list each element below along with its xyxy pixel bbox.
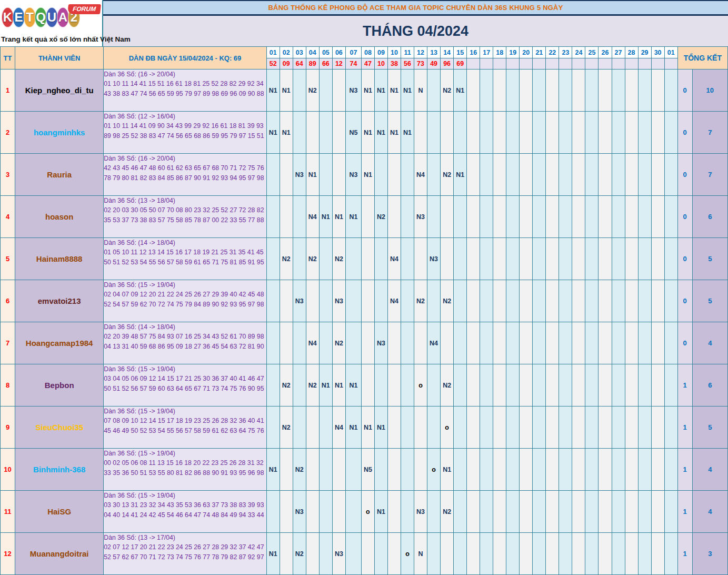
kq-value: 09	[280, 58, 293, 70]
mark-cell	[387, 533, 401, 575]
mark-cell	[467, 449, 480, 491]
mark-cell	[559, 196, 572, 238]
member-name[interactable]: hoangminhks	[15, 112, 104, 154]
mark-cell	[572, 154, 585, 196]
total-score: 5	[692, 238, 727, 280]
mark-cell	[651, 407, 664, 449]
kq-value	[520, 58, 533, 70]
mark-cell	[454, 364, 467, 407]
total-miss: 0	[677, 238, 692, 280]
mark-cell	[401, 196, 414, 238]
mark-cell	[506, 364, 520, 407]
mark-cell	[480, 196, 493, 238]
mark-cell	[664, 238, 677, 280]
mark-cell: N4	[306, 196, 319, 238]
dan-date-range: Dàn 36 Số: (15 -> 19/04)	[104, 407, 266, 416]
mark-cell: N2	[332, 322, 345, 364]
mark-cell	[319, 533, 332, 575]
dan-numbers: 42 43 45 46 47 48 60 61 62 63 65 67 68 7…	[104, 163, 266, 183]
mark-cell	[651, 491, 664, 533]
total-score: 3	[692, 533, 727, 575]
mark-cell	[651, 280, 664, 322]
mark-cell	[533, 407, 546, 449]
dan-cell: Dàn 36 Số: (15 -> 19/04)07 08 09 10 12 1…	[104, 407, 266, 449]
member-name[interactable]: SieuChuoi35	[15, 407, 104, 449]
mark-cell	[572, 491, 585, 533]
mark-cell	[612, 322, 625, 364]
mark-cell	[480, 322, 493, 364]
day-column-header: 22	[546, 47, 559, 58]
member-name[interactable]: emvatoi213	[15, 280, 104, 322]
mark-cell	[625, 112, 638, 154]
mark-cell	[585, 238, 599, 280]
mark-cell	[319, 491, 332, 533]
member-name[interactable]: Hoangcamap1984	[15, 322, 104, 364]
mark-cell: N2	[374, 196, 387, 238]
site-logo[interactable]: KETQUA2 FORUM Trang kết quả xổ số lớn nh…	[0, 0, 103, 46]
mark-cell	[546, 407, 559, 449]
mark-cell: N	[414, 70, 427, 112]
day-header-row: TT THÀNH VIÊN DÀN ĐB NGÀY 15/04/2024 - K…	[1, 47, 728, 58]
dan-date-range: Dàn 36 Số: (14 -> 18/04)	[104, 322, 266, 332]
mark-cell	[599, 238, 612, 280]
mark-cell	[319, 449, 332, 491]
mark-cell	[493, 533, 506, 575]
dan-date-range: Dàn 36 Số: (15 -> 19/04)	[104, 491, 266, 500]
kq-value: 74	[345, 58, 361, 70]
mark-cell	[585, 364, 599, 407]
mark-cell	[441, 238, 454, 280]
total-miss: 1	[677, 533, 692, 575]
day-column-header: 08	[361, 47, 374, 58]
row-number: 7	[1, 322, 15, 364]
mark-cell	[467, 280, 480, 322]
mark-cell: N4	[387, 238, 401, 280]
mark-cell	[454, 280, 467, 322]
dan-cell: Dàn 36 Số: (14 -> 18/04)02 20 39 48 57 7…	[104, 322, 266, 364]
mark-cell	[441, 196, 454, 238]
member-name[interactable]: hoason	[15, 196, 104, 238]
mark-cell	[546, 491, 559, 533]
dan-date-range: Dàn 36 Số: (15 -> 19/04)	[104, 364, 266, 374]
total-score: 6	[692, 364, 727, 407]
mark-cell: N3	[293, 154, 306, 196]
mark-cell	[319, 238, 332, 280]
mark-cell	[454, 112, 467, 154]
member-name[interactable]: Hainam8888	[15, 238, 104, 280]
logo-letter: E	[13, 7, 25, 27]
mark-cell	[664, 112, 677, 154]
kq-value: 49	[427, 58, 441, 70]
page: KETQUA2 FORUM Trang kết quả xổ số lớn nh…	[0, 0, 728, 575]
day-column-header: 03	[293, 47, 306, 58]
day-column-header: 05	[319, 47, 332, 58]
mark-cell	[651, 154, 664, 196]
mark-cell: N1	[374, 491, 387, 533]
mark-cell: N4	[306, 322, 319, 364]
mark-cell	[266, 280, 280, 322]
mark-cell	[427, 70, 441, 112]
mark-cell	[638, 407, 651, 449]
mark-cell	[520, 196, 533, 238]
total-score: 6	[692, 196, 727, 238]
mark-cell	[493, 280, 506, 322]
member-name[interactable]: Muanangdoitrai	[15, 533, 104, 575]
mark-cell	[306, 533, 319, 575]
mark-cell	[533, 364, 546, 407]
mark-cell	[332, 449, 345, 491]
mark-cell	[414, 322, 427, 364]
member-name[interactable]: HaiSG	[15, 491, 104, 533]
mark-cell: N3	[345, 154, 361, 196]
mark-cell: N5	[345, 112, 361, 154]
total-miss: 1	[677, 407, 692, 449]
mark-cell	[520, 364, 533, 407]
mark-cell	[612, 154, 625, 196]
dan-date-range: Dàn 36 Số: (15 -> 19/04)	[104, 449, 266, 458]
member-name[interactable]: Binhminh-368	[15, 449, 104, 491]
mark-cell	[493, 491, 506, 533]
member-name[interactable]: Bepbon	[15, 364, 104, 407]
mark-cell	[625, 491, 638, 533]
member-row: 7Hoangcamap1984Dàn 36 Số: (14 -> 18/04)0…	[1, 322, 728, 364]
member-name[interactable]: Kiep_ngheo_di_tu	[15, 70, 104, 112]
dan-cell: Dàn 36 Số: (15 -> 19/04)00 02 05 06 08 1…	[104, 449, 266, 491]
member-name[interactable]: Rauria	[15, 154, 104, 196]
mark-cell	[585, 533, 599, 575]
